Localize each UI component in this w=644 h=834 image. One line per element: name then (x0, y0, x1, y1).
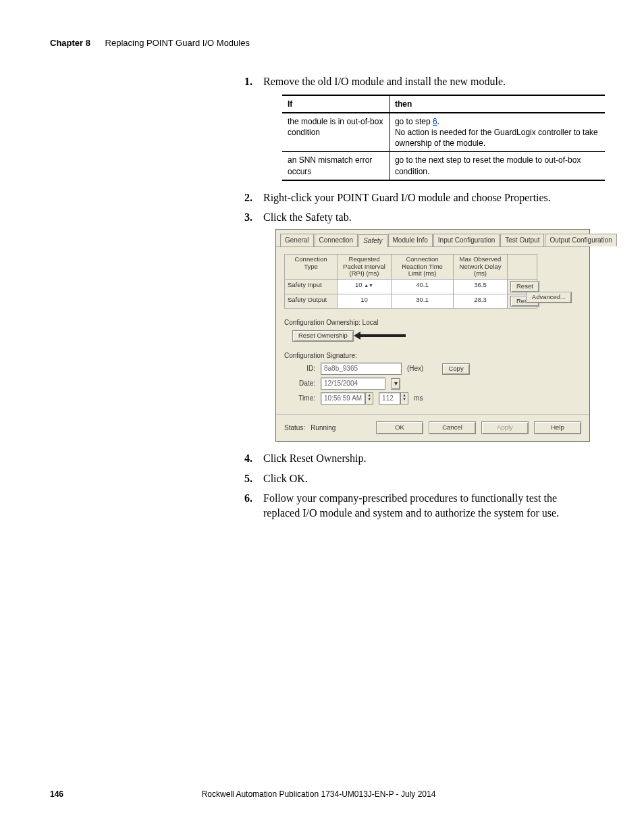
dialog-body: Connection Type Requested Packet Interva… (276, 247, 589, 414)
callout-arrow-body (358, 334, 406, 337)
advanced-button[interactable]: Advanced... (526, 292, 572, 303)
grid-hdr-conn-type: Connection Type (285, 255, 338, 279)
tab-input-configuration[interactable]: Input Configuration (433, 234, 500, 247)
step-6: 6. Follow your company-prescribed proced… (244, 491, 582, 520)
tab-safety[interactable]: Safety (358, 234, 387, 248)
step-3: 3. Click the Safety tab. General Connect… (244, 210, 582, 442)
grid-row2-rpi: 10 (338, 294, 392, 309)
sig-id-label: ID: (292, 364, 315, 373)
spin-buttons-icon[interactable]: ▲▼ (365, 392, 373, 405)
step-1: 1. Remove the old I/O module and install… (244, 74, 582, 181)
step-number: 1. (244, 74, 252, 89)
grid-row1-crtl: 40.1 (392, 280, 454, 294)
connection-grid: Connection Type Requested Packet Interva… (284, 254, 537, 309)
content-body: 1. Remove the old I/O module and install… (244, 74, 582, 525)
grid-row2-crtl: 30.1 (392, 294, 454, 309)
steps-list: 1. Remove the old I/O module and install… (244, 74, 582, 520)
r1-prefix: go to step (395, 117, 433, 126)
grid-hdr-mond: Max Observed Network Delay (ms) (454, 255, 508, 279)
step-number: 2. (244, 190, 252, 205)
sig-time-field[interactable]: 10:56:59 AM (321, 392, 365, 405)
step-number: 3. (244, 210, 252, 225)
sig-time-ms-field[interactable]: 112 (379, 392, 400, 405)
chapter-label: Chapter 8 (50, 38, 90, 48)
page-header: Chapter 8 Replacing POINT Guard I/O Modu… (50, 38, 250, 48)
rpi-value: 10 (355, 281, 363, 288)
sig-id-field[interactable]: 8a8b_9365 (321, 363, 402, 375)
sig-time-label: Time: (292, 394, 315, 403)
cell-then: go to the next step to reset the module … (389, 152, 605, 180)
tab-output-configuration[interactable]: Output Configuration (545, 234, 616, 247)
grid-row1-label: Safety Input (285, 280, 338, 294)
sig-time-row: Time: 10:56:59 AM ▲▼ 112 ▲▼ ms (292, 392, 581, 405)
publication-info: Rockwell Automation Publication 1734-UM0… (63, 789, 574, 799)
tab-connection[interactable]: Connection (315, 234, 358, 247)
sig-id-row: ID: 8a8b_9365 (Hex) Copy (292, 363, 581, 375)
grid-hdr-crtl: Connection Reaction Time Limit (ms) (392, 255, 454, 279)
dialog-tabs: General Connection Safety Module Info In… (276, 230, 589, 248)
step-number: 4. (244, 451, 252, 466)
reset-button[interactable]: Reset (510, 281, 539, 292)
step-3-text: Click the Safety tab. (263, 211, 352, 223)
r1-line2: No action is needed for the GuardLogix c… (395, 128, 598, 148)
properties-dialog: General Connection Safety Module Info In… (275, 229, 590, 442)
grid-row1-rpi[interactable]: 10 ▲▼ (338, 280, 392, 294)
grid-hdr-rpi: Requested Packet Interval (RPI) (ms) (338, 255, 392, 279)
sig-date-row: Date: 12/15/2004 ▾ (292, 377, 581, 390)
help-button[interactable]: Help (534, 421, 581, 434)
table-row: an SNN mismatch error occurs go to the n… (282, 152, 605, 180)
sig-time-ms-unit: ms (414, 394, 423, 403)
status-value: Running (311, 423, 336, 433)
config-ownership-label: Configuration Ownership: Local (284, 318, 581, 328)
step-2: 2. Right-click your POINT Guard I/O modu… (244, 190, 582, 205)
cell-then: go to step 6. No action is needed for th… (389, 113, 605, 152)
sig-id-hex: (Hex) (407, 364, 423, 373)
ok-button[interactable]: OK (376, 421, 423, 434)
page-number: 146 (50, 789, 63, 799)
tab-module-info[interactable]: Module Info (388, 234, 433, 247)
tab-test-output[interactable]: Test Output (500, 234, 544, 247)
step-4-text: Click Reset Ownership. (263, 452, 366, 464)
reset-ownership-button[interactable]: Reset Ownership (292, 330, 354, 342)
sig-date-label: Date: (292, 379, 315, 388)
copy-button[interactable]: Copy (442, 363, 469, 375)
chapter-title: Replacing POINT Guard I/O Modules (105, 38, 250, 48)
grid-row1-mond: 36.5 (454, 280, 508, 294)
cell-if: the module is in out-of-box condition (282, 113, 389, 152)
step-1-text: Remove the old I/O module and install th… (263, 76, 506, 87)
cancel-button[interactable]: Cancel (429, 421, 476, 434)
col-then: then (389, 95, 605, 113)
sig-date-field[interactable]: 12/15/2004 (321, 377, 385, 390)
grid-row2-label: Safety Output (285, 294, 338, 309)
step-6-text: Follow your company-prescribed procedure… (263, 492, 559, 519)
step-number: 6. (244, 491, 252, 506)
step-6-link[interactable]: 6 (433, 117, 437, 126)
spin-buttons-icon[interactable]: ▲▼ (400, 392, 408, 405)
cell-if: an SNN mismatch error occurs (282, 152, 389, 180)
table-row: the module is in out-of-box condition go… (282, 113, 605, 152)
apply-button[interactable]: Apply (481, 421, 529, 434)
config-signature-label: Configuration Signature: (284, 351, 581, 361)
col-if: If (282, 95, 389, 113)
page-footer: 146 Rockwell Automation Publication 1734… (50, 789, 594, 799)
sig-time-spinner[interactable]: 10:56:59 AM ▲▼ (321, 392, 373, 405)
grid-hdr-blank (508, 255, 537, 279)
step-2-text: Right-click your POINT Guard I/O module … (263, 192, 551, 203)
grid-row2-mond: 28.3 (454, 294, 508, 309)
sig-time-ms-spinner[interactable]: 112 ▲▼ (379, 392, 408, 405)
step-5: 5. Click OK. (244, 471, 582, 486)
status-label: Status: (284, 423, 305, 433)
step-4: 4. Click Reset Ownership. (244, 451, 582, 466)
tab-general[interactable]: General (280, 234, 314, 247)
dialog-footer: Status: Running OK Cancel Apply Help (276, 414, 589, 441)
date-dropdown-icon[interactable]: ▾ (391, 378, 400, 390)
condition-table: If then the module is in out-of-box cond… (282, 95, 605, 181)
step-5-text: Click OK. (263, 473, 308, 484)
r1-suffix: . (437, 117, 439, 126)
step-number: 5. (244, 471, 252, 486)
